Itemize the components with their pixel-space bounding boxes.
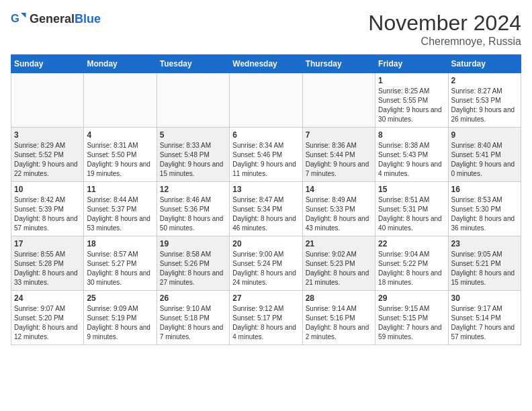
day-info: Sunrise: 9:15 AM Sunset: 5:15 PM Dayligh… bbox=[378, 304, 445, 342]
day-number: 29 bbox=[378, 293, 445, 303]
calendar-cell: 15Sunrise: 8:51 AM Sunset: 5:31 PM Dayli… bbox=[375, 182, 448, 236]
day-info: Sunrise: 8:27 AM Sunset: 5:53 PM Dayligh… bbox=[451, 87, 518, 124]
day-number: 12 bbox=[160, 185, 226, 194]
calendar-cell: 16Sunrise: 8:53 AM Sunset: 5:30 PM Dayli… bbox=[448, 182, 521, 236]
weekday-header-monday: Monday bbox=[84, 55, 157, 73]
weekday-header-thursday: Thursday bbox=[302, 55, 375, 73]
calendar-cell: 5Sunrise: 8:33 AM Sunset: 5:48 PM Daylig… bbox=[157, 128, 229, 182]
day-number: 17 bbox=[14, 239, 81, 248]
calendar-cell: 12Sunrise: 8:46 AM Sunset: 5:36 PM Dayli… bbox=[157, 182, 229, 236]
calendar-cell: 28Sunrise: 9:14 AM Sunset: 5:16 PM Dayli… bbox=[302, 291, 375, 345]
day-info: Sunrise: 8:49 AM Sunset: 5:33 PM Dayligh… bbox=[306, 195, 372, 233]
logo-icon: G bbox=[11, 11, 27, 27]
day-info: Sunrise: 9:02 AM Sunset: 5:23 PM Dayligh… bbox=[306, 250, 372, 287]
calendar-cell: 25Sunrise: 9:09 AM Sunset: 5:19 PM Dayli… bbox=[84, 291, 157, 345]
calendar-cell bbox=[84, 73, 157, 128]
calendar-cell: 27Sunrise: 9:12 AM Sunset: 5:17 PM Dayli… bbox=[230, 291, 302, 345]
calendar-cell: 29Sunrise: 9:15 AM Sunset: 5:15 PM Dayli… bbox=[375, 291, 448, 345]
logo-blue: Blue bbox=[75, 12, 101, 26]
calendar-cell bbox=[11, 73, 84, 128]
day-number: 27 bbox=[232, 293, 299, 303]
day-number: 18 bbox=[87, 239, 153, 248]
day-number: 5 bbox=[160, 130, 226, 140]
calendar-cell: 1Sunrise: 8:25 AM Sunset: 5:55 PM Daylig… bbox=[375, 73, 448, 128]
calendar-cell: 13Sunrise: 8:47 AM Sunset: 5:34 PM Dayli… bbox=[230, 182, 302, 236]
svg-marker-1 bbox=[21, 13, 26, 18]
day-info: Sunrise: 9:14 AM Sunset: 5:16 PM Dayligh… bbox=[306, 304, 372, 342]
day-number: 8 bbox=[378, 130, 445, 140]
weekday-header-tuesday: Tuesday bbox=[157, 55, 229, 73]
day-info: Sunrise: 8:42 AM Sunset: 5:39 PM Dayligh… bbox=[14, 195, 81, 233]
day-number: 26 bbox=[160, 293, 226, 303]
day-info: Sunrise: 8:51 AM Sunset: 5:31 PM Dayligh… bbox=[378, 195, 445, 233]
day-number: 16 bbox=[451, 185, 518, 194]
weekday-header-friday: Friday bbox=[375, 55, 448, 73]
day-info: Sunrise: 8:55 AM Sunset: 5:28 PM Dayligh… bbox=[14, 250, 81, 287]
day-info: Sunrise: 9:05 AM Sunset: 5:21 PM Dayligh… bbox=[451, 250, 518, 287]
day-info: Sunrise: 8:46 AM Sunset: 5:36 PM Dayligh… bbox=[160, 195, 226, 233]
calendar-cell: 6Sunrise: 8:34 AM Sunset: 5:46 PM Daylig… bbox=[230, 128, 302, 182]
weekday-header-wednesday: Wednesday bbox=[230, 55, 302, 73]
title-area: November 2024 Cheremnoye, Russia bbox=[368, 11, 521, 48]
calendar-cell: 4Sunrise: 8:31 AM Sunset: 5:50 PM Daylig… bbox=[84, 128, 157, 182]
day-info: Sunrise: 8:58 AM Sunset: 5:26 PM Dayligh… bbox=[160, 250, 226, 287]
day-info: Sunrise: 9:10 AM Sunset: 5:18 PM Dayligh… bbox=[160, 304, 226, 342]
day-number: 19 bbox=[160, 239, 226, 248]
calendar-cell bbox=[157, 73, 229, 128]
day-number: 20 bbox=[232, 239, 299, 248]
week-row-3: 10Sunrise: 8:42 AM Sunset: 5:39 PM Dayli… bbox=[11, 182, 521, 236]
week-row-5: 24Sunrise: 9:07 AM Sunset: 5:20 PM Dayli… bbox=[11, 291, 521, 345]
day-number: 7 bbox=[306, 130, 372, 140]
calendar-cell: 20Sunrise: 9:00 AM Sunset: 5:24 PM Dayli… bbox=[230, 236, 302, 291]
day-number: 30 bbox=[451, 293, 518, 303]
day-info: Sunrise: 8:53 AM Sunset: 5:30 PM Dayligh… bbox=[451, 195, 518, 233]
calendar-cell: 22Sunrise: 9:04 AM Sunset: 5:22 PM Dayli… bbox=[375, 236, 448, 291]
calendar-cell: 8Sunrise: 8:38 AM Sunset: 5:43 PM Daylig… bbox=[375, 128, 448, 182]
day-number: 2 bbox=[451, 76, 518, 85]
day-number: 6 bbox=[232, 130, 299, 140]
weekday-header-saturday: Saturday bbox=[448, 55, 521, 73]
weekday-header-sunday: Sunday bbox=[11, 55, 84, 73]
calendar-cell bbox=[230, 73, 302, 128]
calendar-cell: 10Sunrise: 8:42 AM Sunset: 5:39 PM Dayli… bbox=[11, 182, 84, 236]
day-number: 10 bbox=[14, 185, 81, 194]
day-number: 13 bbox=[232, 185, 299, 194]
calendar-cell: 14Sunrise: 8:49 AM Sunset: 5:33 PM Dayli… bbox=[302, 182, 375, 236]
calendar-cell: 3Sunrise: 8:29 AM Sunset: 5:52 PM Daylig… bbox=[11, 128, 84, 182]
day-number: 9 bbox=[451, 130, 518, 140]
day-info: Sunrise: 9:09 AM Sunset: 5:19 PM Dayligh… bbox=[87, 304, 153, 342]
day-info: Sunrise: 8:44 AM Sunset: 5:37 PM Dayligh… bbox=[87, 195, 153, 233]
day-number: 14 bbox=[306, 185, 372, 194]
logo: G GeneralBlue bbox=[11, 11, 101, 27]
month-title: November 2024 bbox=[368, 11, 521, 36]
day-number: 21 bbox=[306, 239, 372, 248]
day-info: Sunrise: 8:38 AM Sunset: 5:43 PM Dayligh… bbox=[378, 141, 445, 179]
week-row-4: 17Sunrise: 8:55 AM Sunset: 5:28 PM Dayli… bbox=[11, 236, 521, 291]
calendar-cell: 26Sunrise: 9:10 AM Sunset: 5:18 PM Dayli… bbox=[157, 291, 229, 345]
day-number: 3 bbox=[14, 130, 81, 140]
calendar-cell: 17Sunrise: 8:55 AM Sunset: 5:28 PM Dayli… bbox=[11, 236, 84, 291]
day-number: 4 bbox=[87, 130, 153, 140]
day-number: 28 bbox=[306, 293, 372, 303]
day-info: Sunrise: 8:40 AM Sunset: 5:41 PM Dayligh… bbox=[451, 141, 518, 179]
day-info: Sunrise: 9:07 AM Sunset: 5:20 PM Dayligh… bbox=[14, 304, 81, 342]
day-info: Sunrise: 9:04 AM Sunset: 5:22 PM Dayligh… bbox=[378, 250, 445, 287]
day-info: Sunrise: 9:12 AM Sunset: 5:17 PM Dayligh… bbox=[232, 304, 299, 342]
day-info: Sunrise: 8:29 AM Sunset: 5:52 PM Dayligh… bbox=[14, 141, 81, 179]
day-number: 25 bbox=[87, 293, 153, 303]
calendar: SundayMondayTuesdayWednesdayThursdayFrid… bbox=[11, 54, 521, 345]
calendar-cell: 11Sunrise: 8:44 AM Sunset: 5:37 PM Dayli… bbox=[84, 182, 157, 236]
calendar-cell: 23Sunrise: 9:05 AM Sunset: 5:21 PM Dayli… bbox=[448, 236, 521, 291]
logo-general: General bbox=[30, 12, 75, 26]
calendar-cell: 7Sunrise: 8:36 AM Sunset: 5:44 PM Daylig… bbox=[302, 128, 375, 182]
calendar-cell: 9Sunrise: 8:40 AM Sunset: 5:41 PM Daylig… bbox=[448, 128, 521, 182]
page-header: G GeneralBlue November 2024 Cheremnoye, … bbox=[11, 11, 521, 48]
day-number: 23 bbox=[451, 239, 518, 248]
day-number: 15 bbox=[378, 185, 445, 194]
calendar-cell: 21Sunrise: 9:02 AM Sunset: 5:23 PM Dayli… bbox=[302, 236, 375, 291]
svg-text:G: G bbox=[11, 12, 19, 24]
day-number: 11 bbox=[87, 185, 153, 194]
day-info: Sunrise: 8:34 AM Sunset: 5:46 PM Dayligh… bbox=[232, 141, 299, 179]
day-number: 22 bbox=[378, 239, 445, 248]
location-title: Cheremnoye, Russia bbox=[368, 36, 521, 48]
